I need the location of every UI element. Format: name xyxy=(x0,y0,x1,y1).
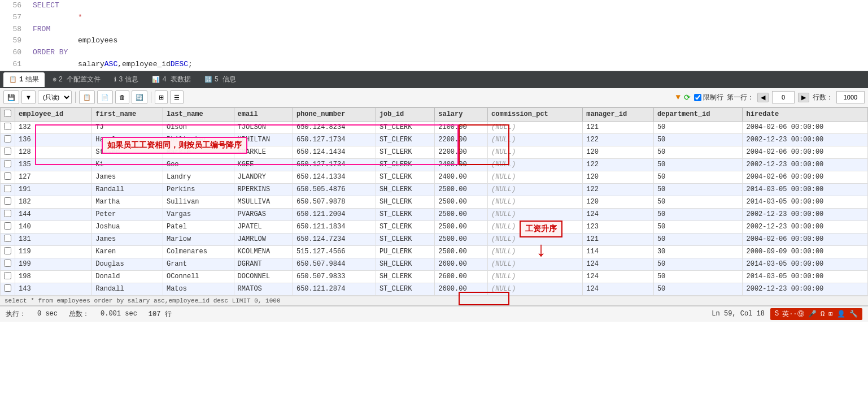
row-checkbox[interactable] xyxy=(4,284,11,292)
cell-last_name: Gee xyxy=(163,158,234,171)
table-row: 127JamesLandryJLANDRY650.124.1334ST_CLER… xyxy=(1,171,868,183)
cell-phone_number: 650.124.8234 xyxy=(293,121,376,133)
toolbar-btn-delete[interactable]: 🗑 xyxy=(115,90,129,104)
tab-result-label: 结果 xyxy=(25,75,39,84)
table-body: 132TJOlsonTJOLSON650.124.8234ST_CLERK210… xyxy=(1,121,868,295)
cell-hiredate: 2014-03-05 00:00:00 xyxy=(743,196,868,208)
cell-phone_number: 650.127.1734 xyxy=(293,158,376,171)
toolbar-btn-list[interactable]: ☰ xyxy=(170,90,184,104)
toolbar-btn-export[interactable]: 💾 xyxy=(3,90,19,104)
cell-job_id: ST_CLERK xyxy=(376,221,434,233)
toolbar-btn-paste[interactable]: 📄 xyxy=(97,90,113,104)
null-value: (NULL) xyxy=(491,173,516,181)
sys-tray-s: S xyxy=(775,310,779,318)
line-number-58: 58 xyxy=(5,24,21,36)
cell-last_name: Markle xyxy=(163,146,234,158)
cell-department_id: 50 xyxy=(653,121,743,133)
nav-prev-btn[interactable]: ◀ xyxy=(757,93,769,102)
row-checkbox[interactable] xyxy=(4,123,11,130)
row-checkbox-cell xyxy=(1,121,15,133)
cell-manager_id: 120 xyxy=(583,171,654,183)
cell-department_id: 50 xyxy=(653,233,743,245)
null-value: (NULL) xyxy=(491,273,516,280)
tab-result-num: 1 xyxy=(19,76,23,84)
row-checkbox[interactable] xyxy=(4,247,11,254)
cell-first_name: Hazel xyxy=(92,133,163,146)
null-value: (NULL) xyxy=(491,198,516,206)
cell-email: PVARGAS xyxy=(234,208,293,221)
cell-commission_pct: (NULL) xyxy=(488,158,583,171)
row-checkbox[interactable] xyxy=(4,135,11,142)
cell-job_id: SH_CLERK xyxy=(376,196,434,208)
orderby-semi: ; xyxy=(188,59,193,71)
toolbar-btn-refresh[interactable]: 🔄 xyxy=(132,90,147,104)
cell-salary: 2200.00 xyxy=(435,146,488,158)
row-checkbox[interactable] xyxy=(4,185,11,192)
row-checkbox[interactable] xyxy=(4,172,11,180)
th-job-id: job_id xyxy=(376,107,434,121)
row-checkbox[interactable] xyxy=(4,197,11,205)
row-checkbox[interactable] xyxy=(4,235,11,242)
tab-info1[interactable]: ℹ 3 信息 xyxy=(108,72,144,87)
refresh-icon[interactable]: ⟳ xyxy=(684,93,691,102)
cell-manager_id: 123 xyxy=(583,221,654,233)
cell-employee_id: 135 xyxy=(15,158,92,171)
row-checkbox[interactable] xyxy=(4,222,11,230)
cell-manager_id: 120 xyxy=(583,196,654,208)
limit-checkbox-label[interactable]: 限制行 xyxy=(694,93,723,102)
table-container[interactable]: employee_id first_name last_name email p… xyxy=(0,107,868,296)
th-manager: manager_id xyxy=(583,107,654,121)
row-checkbox[interactable] xyxy=(4,260,11,267)
row-checkbox[interactable] xyxy=(4,160,11,167)
row-checkbox[interactable] xyxy=(4,148,11,155)
cell-job_id: SH_CLERK xyxy=(376,258,434,270)
cell-email: JPATEL xyxy=(234,221,293,233)
code-line-60: 60 ORDER BY xyxy=(0,47,868,59)
rows-label: 107 行 xyxy=(149,309,172,319)
first-row-input[interactable] xyxy=(772,91,795,103)
cell-department_id: 50 xyxy=(653,158,743,171)
cell-department_id: 50 xyxy=(653,270,743,283)
tab-tabledata[interactable]: 📊 4 表数据 xyxy=(146,72,196,87)
orderby-salary: salary xyxy=(78,59,104,71)
toolbar-btn-grid[interactable]: ⊞ xyxy=(155,90,168,104)
limit-checkbox[interactable] xyxy=(694,94,701,101)
cell-hiredate: 2004-02-06 00:00:00 xyxy=(743,146,868,158)
cell-commission_pct: (NULL) xyxy=(488,258,583,270)
toolbar-btn-menu[interactable]: ▼ xyxy=(21,90,36,104)
tab-config[interactable]: ⚙ 2 个配置文件 xyxy=(47,72,106,87)
header-checkbox[interactable] xyxy=(4,110,11,117)
nav-next-btn[interactable]: ▶ xyxy=(798,93,809,102)
readonly-select[interactable]: (只读) xyxy=(38,90,72,104)
row-count-input[interactable] xyxy=(836,91,865,103)
cell-job_id: ST_CLERK xyxy=(376,121,434,133)
cell-employee_id: 198 xyxy=(15,270,92,283)
filter-icon[interactable]: ▼ xyxy=(676,93,681,102)
cell-phone_number: 650.124.1434 xyxy=(293,146,376,158)
cell-commission_pct: (NULL) xyxy=(488,221,583,233)
separator-2 xyxy=(151,92,151,103)
cell-phone_number: 650.124.1334 xyxy=(293,171,376,183)
tabs-bar: 📋 1 结果 ⚙ 2 个配置文件 ℹ 3 信息 📊 4 表数据 🔢 5 信息 xyxy=(0,71,868,88)
row-checkbox[interactable] xyxy=(4,210,11,217)
cell-manager_id: 124 xyxy=(583,258,654,270)
cell-hiredate: 2002-12-23 00:00:00 xyxy=(743,133,868,146)
line-number-57: 57 xyxy=(5,12,21,24)
tab-result[interactable]: 📋 1 结果 xyxy=(3,72,45,87)
table-name: employees xyxy=(78,35,117,47)
cell-salary: 2500.00 xyxy=(435,196,488,208)
tab-config-icon: ⚙ xyxy=(53,76,56,83)
row-checkbox-cell xyxy=(1,258,15,270)
toolbar-btn-copy[interactable]: 📋 xyxy=(79,90,95,104)
tab-info2[interactable]: 🔢 5 信息 xyxy=(199,72,242,87)
cell-first_name: Ki xyxy=(92,158,163,171)
cell-salary: 2600.00 xyxy=(435,283,488,295)
cell-department_id: 50 xyxy=(653,133,743,146)
table-row: 140JoshuaPatelJPATEL650.121.1834ST_CLERK… xyxy=(1,221,868,233)
keyword-orderby: ORDER BY xyxy=(33,47,68,59)
row-checkbox[interactable] xyxy=(4,272,11,279)
cell-first_name: James xyxy=(92,233,163,245)
table-row: 119KarenColmenaresKCOLMENA515.127.4566PU… xyxy=(1,245,868,258)
code-editor[interactable]: 56 SELECT 57 * 58 FROM 59 employees 60 O… xyxy=(0,0,868,71)
exec-label: 执行： xyxy=(6,309,26,319)
